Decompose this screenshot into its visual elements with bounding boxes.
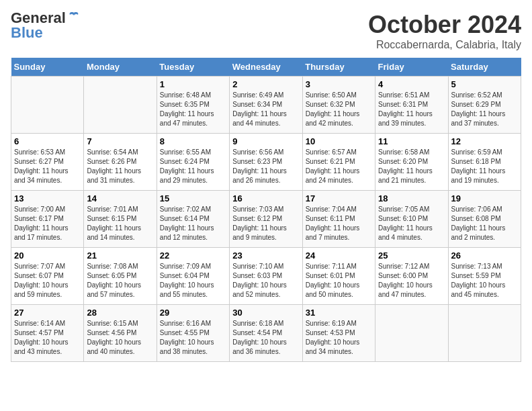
day-number: 27 xyxy=(14,308,81,318)
logo-blue-text: Blue xyxy=(11,26,43,40)
calendar-cell: 21Sunrise: 7:08 AM Sunset: 6:05 PM Dayli… xyxy=(84,248,157,305)
calendar-cell: 24Sunrise: 7:11 AM Sunset: 6:01 PM Dayli… xyxy=(302,248,375,305)
day-info: Sunrise: 7:10 AM Sunset: 6:03 PM Dayligh… xyxy=(232,262,299,300)
calendar-cell: 25Sunrise: 7:12 AM Sunset: 6:00 PM Dayli… xyxy=(375,248,448,305)
day-number: 4 xyxy=(378,79,445,89)
calendar-cell: 1Sunrise: 6:48 AM Sunset: 6:35 PM Daylig… xyxy=(157,77,229,134)
day-number: 20 xyxy=(14,250,81,261)
day-info: Sunrise: 6:51 AM Sunset: 6:31 PM Dayligh… xyxy=(378,91,445,128)
calendar-cell xyxy=(84,77,157,134)
day-number: 12 xyxy=(451,136,518,146)
day-number: 8 xyxy=(160,136,226,146)
day-number: 21 xyxy=(87,250,153,261)
day-number: 31 xyxy=(306,308,372,318)
day-info: Sunrise: 6:48 AM Sunset: 6:35 PM Dayligh… xyxy=(160,91,226,128)
day-info: Sunrise: 7:03 AM Sunset: 6:12 PM Dayligh… xyxy=(232,205,299,242)
calendar-cell: 5Sunrise: 6:52 AM Sunset: 6:29 PM Daylig… xyxy=(448,77,521,134)
day-number: 1 xyxy=(160,79,226,89)
calendar-cell xyxy=(448,305,521,362)
day-info: Sunrise: 7:13 AM Sunset: 5:59 PM Dayligh… xyxy=(451,262,518,300)
day-info: Sunrise: 6:52 AM Sunset: 6:29 PM Dayligh… xyxy=(451,91,518,128)
day-number: 26 xyxy=(451,250,518,261)
day-number: 2 xyxy=(232,79,299,89)
calendar-cell xyxy=(11,77,84,134)
day-info: Sunrise: 7:04 AM Sunset: 6:11 PM Dayligh… xyxy=(306,205,372,242)
calendar-cell: 12Sunrise: 6:59 AM Sunset: 6:18 PM Dayli… xyxy=(448,134,521,191)
day-info: Sunrise: 6:14 AM Sunset: 4:57 PM Dayligh… xyxy=(14,319,81,357)
day-number: 28 xyxy=(87,308,153,318)
day-number: 22 xyxy=(160,250,226,261)
title-block: October 2024 Roccabernarda, Calabria, It… xyxy=(368,11,521,51)
calendar-cell: 7Sunrise: 6:54 AM Sunset: 6:26 PM Daylig… xyxy=(84,134,157,191)
day-of-week-header: Monday xyxy=(84,58,157,77)
day-number: 18 xyxy=(378,193,445,203)
day-info: Sunrise: 7:08 AM Sunset: 6:05 PM Dayligh… xyxy=(87,262,153,300)
day-number: 3 xyxy=(306,79,372,89)
location-text: Roccabernarda, Calabria, Italy xyxy=(368,39,521,51)
logo: General Blue xyxy=(11,11,81,40)
calendar-cell: 17Sunrise: 7:04 AM Sunset: 6:11 PM Dayli… xyxy=(302,191,375,248)
calendar-cell: 28Sunrise: 6:15 AM Sunset: 4:56 PM Dayli… xyxy=(84,305,157,362)
day-number: 15 xyxy=(160,193,226,203)
calendar-cell: 31Sunrise: 6:19 AM Sunset: 4:53 PM Dayli… xyxy=(302,305,375,362)
day-info: Sunrise: 7:01 AM Sunset: 6:15 PM Dayligh… xyxy=(87,205,153,242)
day-number: 13 xyxy=(14,193,81,203)
day-number: 30 xyxy=(232,308,299,318)
day-of-week-header: Friday xyxy=(375,58,448,77)
calendar-cell: 13Sunrise: 7:00 AM Sunset: 6:17 PM Dayli… xyxy=(11,191,84,248)
calendar-cell: 3Sunrise: 6:50 AM Sunset: 6:32 PM Daylig… xyxy=(302,77,375,134)
day-number: 24 xyxy=(306,250,372,261)
calendar-cell xyxy=(375,305,448,362)
logo-bird-icon xyxy=(67,10,81,24)
day-of-week-header: Sunday xyxy=(11,58,84,77)
day-number: 5 xyxy=(451,79,518,89)
day-info: Sunrise: 6:15 AM Sunset: 4:56 PM Dayligh… xyxy=(87,319,153,357)
day-number: 11 xyxy=(378,136,445,146)
logo-general-text: General xyxy=(11,11,66,26)
day-info: Sunrise: 7:06 AM Sunset: 6:08 PM Dayligh… xyxy=(451,205,518,242)
day-info: Sunrise: 6:18 AM Sunset: 4:54 PM Dayligh… xyxy=(232,319,299,357)
day-info: Sunrise: 6:49 AM Sunset: 6:34 PM Dayligh… xyxy=(232,91,299,128)
day-info: Sunrise: 6:55 AM Sunset: 6:24 PM Dayligh… xyxy=(160,148,226,185)
day-info: Sunrise: 6:57 AM Sunset: 6:21 PM Dayligh… xyxy=(306,148,372,185)
calendar-week-row: 20Sunrise: 7:07 AM Sunset: 6:07 PM Dayli… xyxy=(11,248,521,305)
calendar-cell: 29Sunrise: 6:16 AM Sunset: 4:55 PM Dayli… xyxy=(157,305,229,362)
calendar-cell: 9Sunrise: 6:56 AM Sunset: 6:23 PM Daylig… xyxy=(230,134,302,191)
day-info: Sunrise: 6:54 AM Sunset: 6:26 PM Dayligh… xyxy=(87,148,153,185)
calendar-week-row: 27Sunrise: 6:14 AM Sunset: 4:57 PM Dayli… xyxy=(11,305,521,362)
calendar-week-row: 6Sunrise: 6:53 AM Sunset: 6:27 PM Daylig… xyxy=(11,134,521,191)
calendar-cell: 15Sunrise: 7:02 AM Sunset: 6:14 PM Dayli… xyxy=(157,191,229,248)
calendar-week-row: 13Sunrise: 7:00 AM Sunset: 6:17 PM Dayli… xyxy=(11,191,521,248)
calendar-cell: 8Sunrise: 6:55 AM Sunset: 6:24 PM Daylig… xyxy=(157,134,229,191)
day-of-week-header: Saturday xyxy=(448,58,521,77)
day-number: 14 xyxy=(87,193,153,203)
month-title: October 2024 xyxy=(368,11,521,39)
day-info: Sunrise: 6:59 AM Sunset: 6:18 PM Dayligh… xyxy=(451,148,518,185)
day-info: Sunrise: 6:16 AM Sunset: 4:55 PM Dayligh… xyxy=(160,319,226,357)
day-number: 7 xyxy=(87,136,153,146)
day-info: Sunrise: 7:00 AM Sunset: 6:17 PM Dayligh… xyxy=(14,205,81,242)
day-number: 16 xyxy=(232,193,299,203)
day-number: 25 xyxy=(378,250,445,261)
day-info: Sunrise: 7:07 AM Sunset: 6:07 PM Dayligh… xyxy=(14,262,81,300)
calendar-cell: 27Sunrise: 6:14 AM Sunset: 4:57 PM Dayli… xyxy=(11,305,84,362)
day-number: 17 xyxy=(306,193,372,203)
day-info: Sunrise: 7:02 AM Sunset: 6:14 PM Dayligh… xyxy=(160,205,226,242)
day-info: Sunrise: 6:50 AM Sunset: 6:32 PM Dayligh… xyxy=(306,91,372,128)
day-number: 29 xyxy=(160,308,226,318)
day-number: 19 xyxy=(451,193,518,203)
calendar-cell: 20Sunrise: 7:07 AM Sunset: 6:07 PM Dayli… xyxy=(11,248,84,305)
calendar-cell: 22Sunrise: 7:09 AM Sunset: 6:04 PM Dayli… xyxy=(157,248,229,305)
calendar-cell: 11Sunrise: 6:58 AM Sunset: 6:20 PM Dayli… xyxy=(375,134,448,191)
day-info: Sunrise: 7:12 AM Sunset: 6:00 PM Dayligh… xyxy=(378,262,445,300)
calendar-cell: 4Sunrise: 6:51 AM Sunset: 6:31 PM Daylig… xyxy=(375,77,448,134)
day-number: 6 xyxy=(14,136,81,146)
day-number: 9 xyxy=(232,136,299,146)
day-info: Sunrise: 7:11 AM Sunset: 6:01 PM Dayligh… xyxy=(306,262,372,300)
day-info: Sunrise: 6:53 AM Sunset: 6:27 PM Dayligh… xyxy=(14,148,81,185)
calendar-cell: 6Sunrise: 6:53 AM Sunset: 6:27 PM Daylig… xyxy=(11,134,84,191)
day-number: 23 xyxy=(232,250,299,261)
calendar-cell: 19Sunrise: 7:06 AM Sunset: 6:08 PM Dayli… xyxy=(448,191,521,248)
calendar-cell: 23Sunrise: 7:10 AM Sunset: 6:03 PM Dayli… xyxy=(230,248,302,305)
calendar-cell: 10Sunrise: 6:57 AM Sunset: 6:21 PM Dayli… xyxy=(302,134,375,191)
